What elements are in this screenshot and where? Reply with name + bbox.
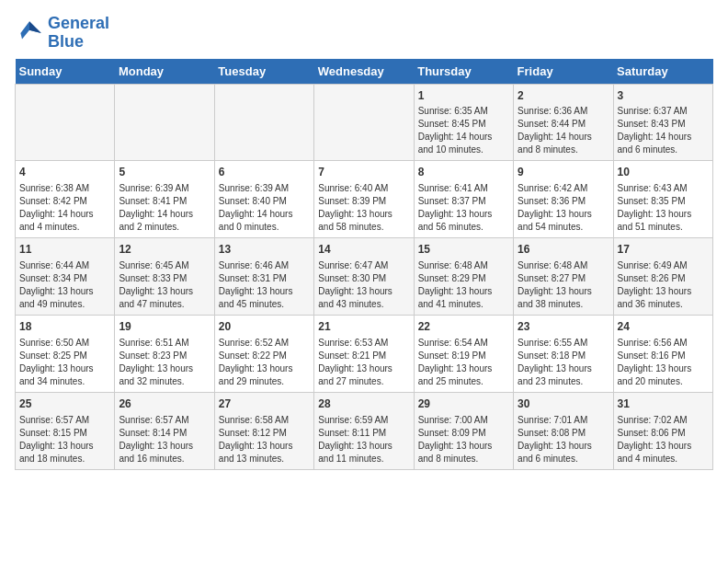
calendar-cell: 20Sunrise: 6:52 AMSunset: 8:22 PMDayligh… [214, 315, 313, 392]
day-number: 22 [418, 319, 509, 335]
calendar-cell: 9Sunrise: 6:42 AMSunset: 8:36 PMDaylight… [514, 161, 613, 238]
header-wednesday: Wednesday [314, 59, 414, 85]
day-info: Sunrise: 6:42 AMSunset: 8:36 PMDaylight:… [518, 182, 609, 234]
day-info: Sunrise: 6:35 AMSunset: 8:45 PMDaylight:… [418, 105, 509, 156]
calendar-cell [214, 84, 313, 161]
day-info: Sunrise: 6:57 AMSunset: 8:14 PMDaylight:… [119, 414, 210, 465]
calendar-cell: 23Sunrise: 6:55 AMSunset: 8:18 PMDayligh… [514, 315, 613, 392]
calendar-cell: 12Sunrise: 6:45 AMSunset: 8:33 PMDayligh… [115, 238, 214, 316]
calendar-cell: 3Sunrise: 6:37 AMSunset: 8:43 PMDaylight… [613, 84, 712, 161]
day-info: Sunrise: 6:44 AMSunset: 8:34 PMDaylight:… [19, 259, 110, 311]
calendar-cell: 22Sunrise: 6:54 AMSunset: 8:19 PMDayligh… [414, 315, 513, 392]
calendar-cell: 15Sunrise: 6:48 AMSunset: 8:29 PMDayligh… [414, 238, 513, 316]
day-number: 1 [418, 88, 509, 104]
calendar-cell: 7Sunrise: 6:40 AMSunset: 8:39 PMDaylight… [314, 161, 414, 238]
logo: General Blue [15, 15, 109, 52]
calendar-cell: 29Sunrise: 7:00 AMSunset: 8:09 PMDayligh… [414, 392, 513, 469]
day-info: Sunrise: 7:01 AMSunset: 8:08 PMDaylight:… [518, 414, 609, 465]
calendar-cell: 6Sunrise: 6:39 AMSunset: 8:40 PMDaylight… [214, 161, 313, 238]
day-number: 19 [119, 319, 210, 335]
day-info: Sunrise: 6:38 AMSunset: 8:42 PMDaylight:… [19, 182, 110, 234]
day-info: Sunrise: 6:48 AMSunset: 8:29 PMDaylight:… [418, 259, 509, 311]
calendar-cell: 31Sunrise: 7:02 AMSunset: 8:06 PMDayligh… [613, 392, 712, 469]
day-number: 11 [19, 242, 110, 258]
day-number: 10 [618, 165, 709, 180]
calendar-cell: 8Sunrise: 6:41 AMSunset: 8:37 PMDaylight… [414, 161, 513, 238]
day-info: Sunrise: 6:52 AMSunset: 8:22 PMDaylight:… [219, 337, 310, 388]
calendar-cell: 14Sunrise: 6:47 AMSunset: 8:30 PMDayligh… [314, 238, 414, 316]
day-number: 16 [518, 242, 609, 258]
day-number: 5 [119, 165, 210, 180]
day-number: 12 [119, 242, 210, 258]
calendar-table: SundayMondayTuesdayWednesdayThursdayFrid… [15, 59, 713, 470]
calendar-cell: 13Sunrise: 6:46 AMSunset: 8:31 PMDayligh… [214, 238, 313, 316]
calendar-cell: 30Sunrise: 7:01 AMSunset: 8:08 PMDayligh… [514, 392, 613, 469]
day-info: Sunrise: 6:56 AMSunset: 8:16 PMDaylight:… [618, 337, 709, 388]
page-header: General Blue [15, 15, 713, 52]
day-number: 14 [318, 242, 409, 258]
day-info: Sunrise: 6:55 AMSunset: 8:18 PMDaylight:… [518, 337, 609, 388]
day-number: 2 [518, 88, 609, 104]
calendar-cell [115, 84, 214, 161]
calendar-cell: 26Sunrise: 6:57 AMSunset: 8:14 PMDayligh… [115, 392, 214, 469]
calendar-cell: 1Sunrise: 6:35 AMSunset: 8:45 PMDaylight… [414, 84, 513, 161]
day-number: 29 [418, 396, 509, 412]
day-info: Sunrise: 6:50 AMSunset: 8:25 PMDaylight:… [19, 337, 110, 388]
calendar-week-4: 18Sunrise: 6:50 AMSunset: 8:25 PMDayligh… [16, 315, 713, 392]
calendar-week-3: 11Sunrise: 6:44 AMSunset: 8:34 PMDayligh… [16, 238, 713, 316]
day-number: 26 [119, 396, 210, 412]
day-info: Sunrise: 6:54 AMSunset: 8:19 PMDaylight:… [418, 337, 509, 388]
day-number: 23 [518, 319, 609, 335]
day-number: 20 [219, 319, 310, 335]
day-number: 6 [219, 165, 310, 180]
header-monday: Monday [115, 59, 214, 85]
day-info: Sunrise: 6:41 AMSunset: 8:37 PMDaylight:… [418, 182, 509, 234]
day-number: 21 [318, 319, 409, 335]
day-info: Sunrise: 6:45 AMSunset: 8:33 PMDaylight:… [119, 259, 210, 311]
calendar-cell [314, 84, 414, 161]
day-info: Sunrise: 7:02 AMSunset: 8:06 PMDaylight:… [618, 414, 709, 465]
day-info: Sunrise: 6:57 AMSunset: 8:15 PMDaylight:… [19, 414, 110, 465]
header-sunday: Sunday [16, 59, 115, 85]
header-thursday: Thursday [414, 59, 513, 85]
logo-text: General Blue [48, 15, 109, 52]
day-number: 24 [618, 319, 709, 335]
day-info: Sunrise: 6:36 AMSunset: 8:44 PMDaylight:… [518, 105, 609, 156]
calendar-week-5: 25Sunrise: 6:57 AMSunset: 8:15 PMDayligh… [16, 392, 713, 469]
day-number: 4 [19, 165, 110, 180]
day-info: Sunrise: 6:37 AMSunset: 8:43 PMDaylight:… [618, 105, 709, 156]
header-row: SundayMondayTuesdayWednesdayThursdayFrid… [16, 59, 713, 85]
day-number: 8 [418, 165, 509, 180]
day-info: Sunrise: 6:51 AMSunset: 8:23 PMDaylight:… [119, 337, 210, 388]
calendar-cell: 2Sunrise: 6:36 AMSunset: 8:44 PMDaylight… [514, 84, 613, 161]
calendar-cell: 27Sunrise: 6:58 AMSunset: 8:12 PMDayligh… [214, 392, 313, 469]
calendar-week-2: 4Sunrise: 6:38 AMSunset: 8:42 PMDaylight… [16, 161, 713, 238]
day-info: Sunrise: 6:53 AMSunset: 8:21 PMDaylight:… [318, 337, 409, 388]
day-number: 9 [518, 165, 609, 180]
day-number: 17 [618, 242, 709, 258]
header-saturday: Saturday [613, 59, 712, 85]
day-number: 31 [618, 396, 709, 412]
day-number: 15 [418, 242, 509, 258]
day-info: Sunrise: 6:49 AMSunset: 8:26 PMDaylight:… [618, 259, 709, 311]
svg-marker-1 [29, 21, 41, 33]
day-info: Sunrise: 6:58 AMSunset: 8:12 PMDaylight:… [219, 414, 310, 465]
calendar-cell: 16Sunrise: 6:48 AMSunset: 8:27 PMDayligh… [514, 238, 613, 316]
calendar-cell: 10Sunrise: 6:43 AMSunset: 8:35 PMDayligh… [613, 161, 712, 238]
day-info: Sunrise: 6:47 AMSunset: 8:30 PMDaylight:… [318, 259, 409, 311]
calendar-cell: 17Sunrise: 6:49 AMSunset: 8:26 PMDayligh… [613, 238, 712, 316]
calendar-cell: 5Sunrise: 6:39 AMSunset: 8:41 PMDaylight… [115, 161, 214, 238]
day-info: Sunrise: 6:46 AMSunset: 8:31 PMDaylight:… [219, 259, 310, 311]
calendar-cell: 21Sunrise: 6:53 AMSunset: 8:21 PMDayligh… [314, 315, 414, 392]
day-number: 27 [219, 396, 310, 412]
logo-bird-icon [15, 18, 44, 48]
day-number: 25 [19, 396, 110, 412]
day-info: Sunrise: 7:00 AMSunset: 8:09 PMDaylight:… [418, 414, 509, 465]
day-number: 7 [318, 165, 409, 180]
calendar-cell [16, 84, 115, 161]
calendar-cell: 19Sunrise: 6:51 AMSunset: 8:23 PMDayligh… [115, 315, 214, 392]
day-number: 28 [318, 396, 409, 412]
header-tuesday: Tuesday [214, 59, 313, 85]
day-info: Sunrise: 6:39 AMSunset: 8:40 PMDaylight:… [219, 182, 310, 234]
day-info: Sunrise: 6:40 AMSunset: 8:39 PMDaylight:… [318, 182, 409, 234]
